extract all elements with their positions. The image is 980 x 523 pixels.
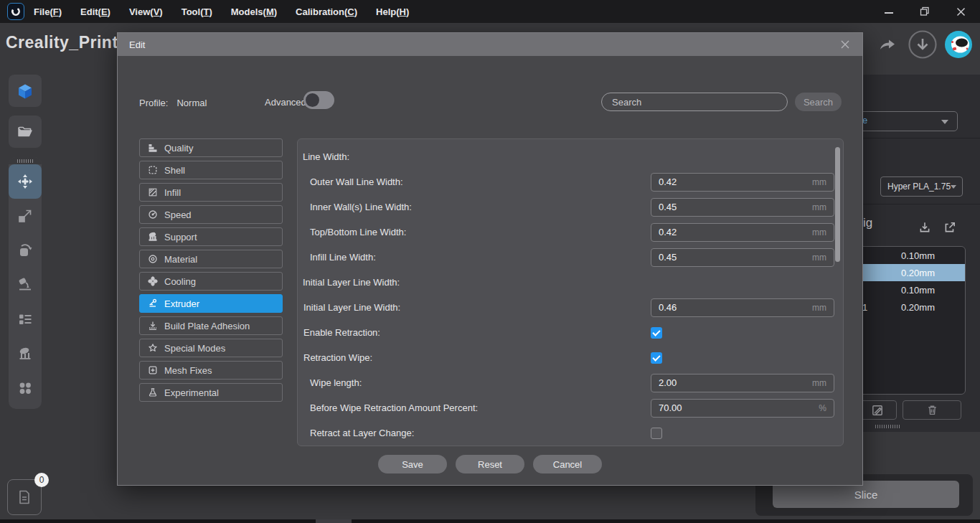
support-tool-button[interactable] [9,336,42,371]
rotate-icon [17,242,33,258]
inner-wall-line-width-input[interactable] [651,202,812,212]
import-icon [918,221,931,234]
settings-section-line-width: Line Width: [298,144,843,169]
infill-line-width-input[interactable] [651,252,812,263]
delete-preset-button[interactable] [903,400,961,420]
creality-logo-icon[interactable] [7,3,24,20]
support-paint-icon [17,346,33,362]
unit-label: mm [812,227,834,237]
download-button[interactable] [908,30,937,59]
setting-row-enable-retraction: Enable Retraction: [298,320,843,345]
retraction-wipe-checkbox[interactable] [651,352,662,364]
category-experimental[interactable]: Experimental [139,383,283,402]
outer-wall-line-width-input[interactable] [651,176,812,187]
menu-edit[interactable]: Edit(E) [71,6,120,17]
tool-group-drag-handle[interactable] [9,157,42,164]
edit-pencil-icon [871,404,884,417]
gcode-file-button[interactable]: 0 [7,479,42,515]
category-mesh-fixes[interactable]: Mesh Fixes [139,361,283,380]
enable-retraction-checkbox[interactable] [651,327,662,339]
open-file-button[interactable] [9,116,42,148]
dialog-title: Edit [129,39,145,50]
extruder-icon [148,298,158,308]
menu-help[interactable]: Help(H) [367,6,418,17]
search-input[interactable] [601,93,788,111]
dialog-close-button[interactable] [839,39,851,50]
experimental-flask-icon [148,387,158,397]
shell-icon [148,165,158,175]
top-bottom-line-width-input[interactable] [651,227,812,237]
before-wipe-retraction-percent-field: % [651,399,834,418]
preset-row-selected[interactable]: 0.20mm [849,264,965,281]
menu-file[interactable]: File(F) [24,6,71,17]
file-count-badge: 0 [34,473,49,487]
setting-label: Enable Retraction: [298,327,380,338]
setting-label: Outer Wall Line Width: [298,176,403,187]
category-build-plate-adhesion[interactable]: Build Plate Adhesion [139,316,283,335]
top-bottom-line-width-field: mm [651,223,834,242]
move-tool-button[interactable] [9,164,42,199]
close-icon [956,7,966,17]
import-config-button[interactable] [917,220,933,235]
category-extruder[interactable]: Extruder [139,294,283,313]
app-window: File(F) Edit(E) View(V) Tool(T) Models(M… [0,0,980,523]
settings-section-initial-layer-line-width: Initial Layer Line Width: [298,270,843,295]
category-support[interactable]: Support [139,227,283,246]
document-icon [16,489,33,506]
avatar-astronaut-icon [945,31,972,58]
preset-row[interactable]: 0.10mm [849,247,965,264]
preset-row[interactable]: 0.10mm [849,281,965,298]
cancel-button[interactable]: Cancel [533,455,602,473]
setting-row-before-wipe-retraction-percent: Before Wipe Retraction Amount Percent: % [298,395,843,420]
initial-layer-line-width-input[interactable] [651,302,812,313]
prepare-view-button[interactable] [9,75,42,107]
category-speed[interactable]: Speed [139,205,283,224]
setting-label: Retract at Layer Change: [298,428,414,438]
edit-preset-button[interactable] [857,400,897,420]
search-button[interactable]: Search [795,93,842,111]
category-cooling[interactable]: Cooling [139,272,283,291]
rotate-tool-button[interactable] [9,233,42,268]
folder-icon [17,123,34,141]
settings-scrollbar-thumb[interactable] [835,147,840,262]
transform-tool-group [9,157,42,409]
unit-label: mm [812,303,834,313]
save-button[interactable]: Save [378,455,447,473]
split-tool-button[interactable] [9,371,42,405]
menu-view[interactable]: View(V) [120,6,172,17]
category-infill[interactable]: Infill [139,183,283,202]
menu-tool[interactable]: Tool(T) [172,6,222,17]
object-list-tool-button[interactable] [9,302,42,336]
category-shell[interactable]: Shell [139,161,283,179]
lay-flat-tool-button[interactable] [9,268,42,302]
profile-row: Profile: Normal [139,93,207,112]
export-config-button[interactable] [942,220,958,235]
menu-bar: File(F) Edit(E) View(V) Tool(T) Models(M… [0,0,980,23]
restore-button[interactable] [920,6,930,17]
profile-value: Normal [176,98,207,108]
category-special-modes[interactable]: Special Modes [139,339,283,357]
reset-button[interactable]: Reset [456,455,524,473]
before-wipe-retraction-percent-input[interactable] [651,402,819,413]
menu-calibration[interactable]: Calibration(C) [286,6,367,17]
preset-row[interactable]: 1 0.20mm [849,298,965,316]
advanced-toggle[interactable] [303,91,334,109]
retract-at-layer-change-checkbox[interactable] [651,428,662,439]
minimize-button[interactable] [884,6,894,17]
menu-models[interactable]: Models(M) [222,6,286,17]
close-button[interactable] [956,6,966,17]
window-controls [884,6,966,17]
scale-tool-button[interactable] [9,199,42,233]
infill-line-width-field: mm [651,248,834,267]
category-material[interactable]: Material [139,250,283,268]
wipe-length-input[interactable] [651,377,812,388]
panel-drag-handle[interactable] [875,425,900,428]
category-quality[interactable]: Quality [139,138,283,157]
dialog-header[interactable]: Edit [118,33,862,56]
redo-button[interactable] [878,36,897,55]
material-select-dropdown[interactable]: Hyper PLA_1.75 [880,176,963,197]
user-avatar[interactable] [945,31,972,58]
edit-profile-dialog: Edit Profile: Normal Advanced Search Qua… [117,32,863,486]
dialog-footer: Save Reset Cancel [118,455,862,473]
lay-flat-icon [17,277,33,293]
